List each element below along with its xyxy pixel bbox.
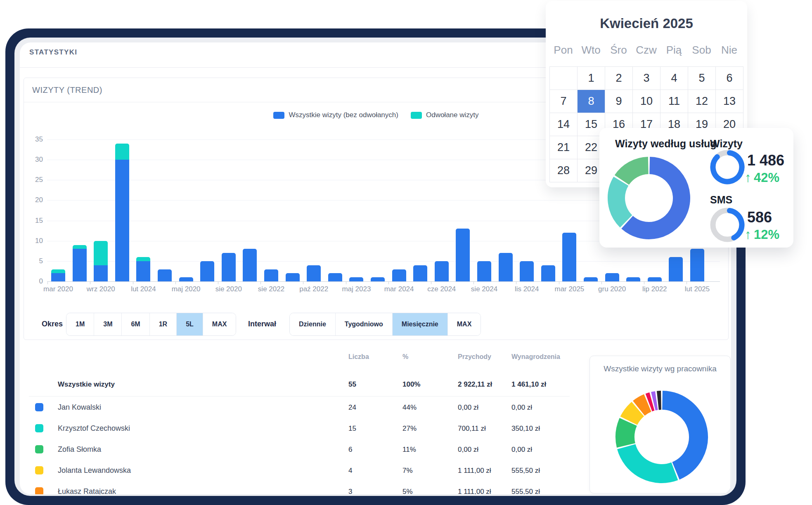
- up-arrow-icon: ↑: [745, 227, 751, 242]
- app-canvas: STATYSTYKI WIZYTY (TREND) Wszystkie wizy…: [0, 0, 812, 505]
- gauge-track: [713, 210, 742, 239]
- employee-color-swatch: [35, 445, 43, 453]
- calendar-day-name: Śro: [605, 44, 632, 57]
- table-cell: 4: [348, 467, 352, 475]
- gauge-track: [713, 153, 742, 182]
- summary-row-label: Wszystkie wizyty: [58, 380, 115, 389]
- table-column-header: Liczba: [348, 353, 369, 361]
- calendar-day-cell[interactable]: 28: [550, 159, 578, 182]
- gauge-change: ↑12%: [745, 227, 779, 242]
- donut-segment: [649, 401, 652, 402]
- table-cell: 0,00 zł: [511, 446, 532, 454]
- donut-segment: [625, 422, 628, 446]
- table-cell: 0,00 zł: [458, 446, 478, 454]
- calendar-day-cell[interactable]: 7: [550, 90, 578, 113]
- table-cell: 555,50 zł: [511, 488, 540, 494]
- table-column-header: Przychody: [458, 353, 491, 361]
- employee-color-swatch: [35, 403, 43, 411]
- calendar-day-cell[interactable]: 12: [688, 90, 716, 113]
- calendar-day-name: Nie: [715, 44, 743, 57]
- donut-segment: [663, 400, 698, 471]
- table-divider: [29, 396, 570, 396]
- table-cell: 5%: [402, 488, 413, 494]
- services-donut-chart: [599, 128, 698, 248]
- calendar-day-name: Pią: [660, 44, 688, 57]
- calendar-day-name: Wto: [577, 44, 605, 57]
- table-cell: 1 111,00 zł: [458, 488, 491, 494]
- table-cell: 555,50 zł: [511, 467, 540, 475]
- calendar-day-cell[interactable]: 4: [660, 67, 688, 90]
- employee-color-swatch: [35, 424, 43, 432]
- donut-segment: [622, 165, 648, 180]
- gauge-value: 1 486: [747, 152, 784, 169]
- table-column-header: %: [402, 353, 408, 361]
- donut-segment: [626, 447, 675, 474]
- calendar-day-name: Czw: [632, 44, 660, 57]
- summary-cell: 2 922,11 zł: [458, 380, 492, 389]
- calendar-day-name: Pon: [549, 44, 577, 57]
- calendar-day-cell[interactable]: 5: [688, 67, 716, 90]
- table-cell: 700,11 zł: [458, 425, 486, 433]
- calendar-day-cell[interactable]: 2: [605, 67, 633, 90]
- employee-name: Jan Kowalski: [58, 403, 101, 412]
- table-cell: 15: [348, 425, 356, 433]
- calendar-day-cell[interactable]: 21: [550, 136, 578, 159]
- table-cell: 27%: [402, 425, 417, 433]
- table-cell: 11%: [402, 446, 416, 454]
- employee-name: Krzysztof Czechowski: [58, 424, 130, 433]
- employee-donut-chart: [590, 356, 730, 493]
- summary-cell: 1 461,10 zł: [511, 380, 546, 389]
- calendar-day-cell-selected[interactable]: 8: [578, 90, 605, 113]
- calendar-day-cell[interactable]: 11: [660, 90, 688, 113]
- employee-name: Łukasz Ratajczak: [58, 487, 116, 494]
- calendar-title: Kwiecień 2025: [546, 16, 747, 31]
- table-column-header: Wynagrodzenia: [511, 353, 560, 361]
- donut-segment: [639, 403, 647, 408]
- calendar-day-name: Sob: [688, 44, 715, 57]
- employee-name: Jolanta Lewandowska: [58, 466, 131, 475]
- calendar-day-cell[interactable]: 3: [633, 67, 660, 90]
- gauge-change-value: 42%: [754, 170, 779, 185]
- up-arrow-icon: ↑: [745, 170, 751, 185]
- table-cell: 0,00 zł: [511, 404, 532, 412]
- employee-color-swatch: [35, 487, 43, 494]
- calendar-day-cell[interactable]: 6: [716, 67, 743, 90]
- summary-cell: 55: [348, 380, 356, 389]
- gauge-label-wizyty: Wizyty: [710, 138, 743, 150]
- donut-segment: [658, 400, 661, 401]
- calendar-day-cell[interactable]: 9: [605, 90, 633, 113]
- employee-visits-card: Wszystkie wizyty wg pracownika: [589, 356, 731, 493]
- employee-name: Zofia Słomka: [58, 445, 101, 454]
- gauge-change-value: 12%: [754, 227, 779, 242]
- table-cell: 1 111,00 zł: [458, 467, 491, 475]
- donut-segment: [629, 409, 638, 420]
- gauge-value: 586: [747, 209, 772, 226]
- calendar-day-cell[interactable]: 13: [716, 90, 743, 113]
- donut-segment: [713, 153, 742, 182]
- calendar-day-cell[interactable]: 1: [578, 67, 605, 90]
- employee-color-swatch: [35, 466, 43, 474]
- donut-segment: [616, 181, 626, 221]
- table-cell: 350,10 zł: [511, 425, 540, 433]
- services-stats-card: Wizyty według usług Wizyty1 486↑42%SMS58…: [599, 128, 793, 248]
- table-cell: 44%: [402, 404, 417, 412]
- calendar-day-names: PonWtoŚroCzwPiąSobNie: [549, 44, 743, 57]
- summary-cell: 100%: [402, 380, 420, 389]
- table-cell: 3: [348, 488, 352, 494]
- calendar-empty-cell: [550, 67, 578, 90]
- calendar-day-cell[interactable]: 14: [550, 113, 578, 136]
- calendar-day-cell[interactable]: 10: [633, 90, 660, 113]
- donut-segment: [653, 401, 656, 401]
- gauge-label-sms: SMS: [710, 194, 732, 206]
- table-cell: 24: [348, 404, 356, 412]
- gauge-change: ↑42%: [745, 170, 779, 185]
- table-cell: 6: [348, 446, 352, 454]
- donut-segment: [729, 210, 742, 238]
- table-cell: 7%: [402, 467, 413, 475]
- table-cell: 0,00 zł: [458, 404, 478, 412]
